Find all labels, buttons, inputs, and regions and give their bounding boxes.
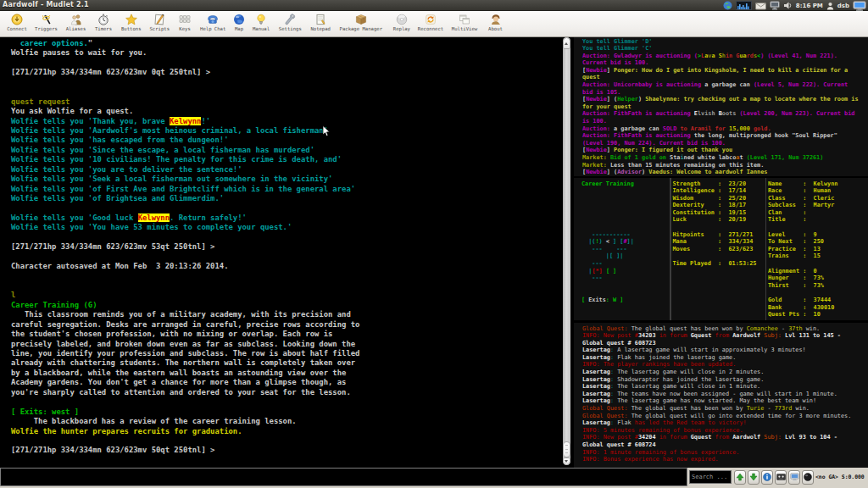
info-icon	[763, 473, 771, 481]
console-line: This classroom reminds you of a military…	[11, 310, 563, 319]
console-line: precisely labeled, and broken down even …	[11, 340, 563, 349]
console-line: Lasertag: The lasertag game will close i…	[582, 383, 868, 391]
toolbar-about-label: About	[469, 26, 523, 31]
console-line: Moves : 623/623	[673, 246, 765, 253]
bottom-bar: <no GA> S:0.000	[0, 468, 868, 488]
mouse-cursor	[322, 125, 331, 141]
search-up-button[interactable]	[734, 470, 746, 485]
console-line: Career Training (G)	[11, 301, 563, 310]
console-line	[581, 304, 670, 312]
search-down-button[interactable]	[748, 470, 760, 485]
console-line	[11, 252, 563, 262]
console-line: You tell Glimmer 'D'	[582, 38, 868, 46]
command-input[interactable]	[0, 468, 687, 486]
console-line: Global quest # 608724	[582, 441, 868, 449]
console-line	[11, 58, 563, 68]
console-line	[673, 268, 765, 275]
emergency-stop-button[interactable]	[802, 470, 814, 485]
console-line: INFO: The player rankings have been upda…	[582, 361, 868, 369]
console-line: the student's chosen profession, with no…	[11, 330, 563, 339]
console-line	[673, 274, 765, 282]
replay-controls-button[interactable]	[775, 470, 787, 485]
character-info-panel: Name : KelwynnRace : HumanClass : Cleric…	[768, 180, 866, 319]
console-line: [ Exits: west ]	[11, 408, 563, 417]
console-line: Intelligence : 17/14	[673, 187, 765, 195]
console-line	[673, 311, 765, 319]
globe-tray-icon[interactable]	[723, 1, 732, 10]
console-line	[581, 282, 670, 290]
console-line: Wisdom : 25/20	[673, 195, 765, 202]
console-line: Global Quest: The global quest has been …	[582, 405, 868, 413]
main-console[interactable]: career options."Wolfie pauses to wait fo…	[0, 37, 563, 468]
console-line: |(!) < ] [#]|	[581, 238, 670, 246]
user-tray-icon[interactable]	[826, 2, 834, 10]
console-line: Trains : 15	[768, 252, 866, 260]
console-line: Career Training	[581, 180, 670, 188]
tray-clock[interactable]: 8:16 PM	[796, 3, 823, 9]
sphere-icon	[804, 473, 812, 481]
about-icon	[469, 14, 523, 25]
console-line: Wolfie tells you 'Since the escape, a lo…	[11, 146, 563, 155]
console-line	[768, 260, 866, 268]
column-divider	[765, 178, 767, 321]
ga-status-label: <no GA> S:0.000	[815, 474, 865, 480]
screen-tray-icon[interactable]	[770, 1, 780, 10]
console-line: ---	[581, 260, 670, 268]
toolbar-about-button[interactable]: About	[469, 13, 523, 36]
console-line: line, you identify your profession and s…	[11, 349, 563, 358]
console-line: Hitpoints : 271/271	[673, 231, 765, 239]
scroll-down-button[interactable]	[563, 458, 570, 465]
scroll-up-button[interactable]	[563, 37, 570, 49]
console-line: Wolfie tells you 'of First Ave and Brigh…	[11, 185, 563, 194]
console-line: [271/271hp 334/334mn 623/623mv 0qt 250tn…	[11, 68, 563, 77]
console-line	[673, 252, 765, 260]
console-line: Clan :	[768, 209, 866, 217]
console-line: by a blackboard, while the eastern wall …	[11, 369, 563, 378]
console-line: Strength : 23/20	[673, 180, 765, 188]
console-line	[581, 224, 670, 231]
console-line: Dexterity : 18/17	[673, 202, 765, 209]
console-line: career options."	[11, 39, 563, 48]
console-line	[673, 289, 765, 297]
gquest-info-window[interactable]: Global Quest: The global quest has been …	[574, 323, 868, 468]
scrollbar-grip	[565, 452, 568, 453]
screen-toggle-button[interactable]	[788, 470, 800, 485]
chat-capture-window[interactable]: You tell Glimmer 'D'You tell Glimmer 'C'…	[574, 37, 868, 176]
console-line	[581, 216, 670, 224]
console-line: [Newbie] (Advisor) Vaedus: Welcome to aa…	[582, 169, 868, 176]
network-monitor-icon[interactable]	[736, 1, 752, 10]
console-line: quest	[582, 74, 868, 81]
console-line	[673, 224, 765, 231]
console-line	[581, 195, 670, 202]
display-tray-icon[interactable]	[853, 1, 866, 11]
console-line: [Newbie] Ponger: I figured it out thank …	[582, 147, 868, 154]
column-divider	[670, 178, 671, 321]
search-options-button[interactable]	[761, 470, 773, 485]
console-line	[581, 187, 670, 195]
console-line: Wolfie tells you 'of Brightsea and Glimm…	[11, 194, 563, 203]
volume-tray-icon[interactable]	[783, 1, 793, 10]
console-line	[581, 209, 670, 217]
console-line: Subclass : Martyr	[768, 202, 866, 209]
console-line	[581, 202, 670, 209]
scroll-down-arrow-icon	[565, 460, 568, 463]
scrollbar-thumb[interactable]	[563, 441, 570, 458]
console-line: Auction: Gwladwyr is auctioning (>Lava S…	[582, 53, 868, 60]
console-line: Academy gardens. You don't get a chance …	[11, 378, 563, 387]
search-input[interactable]	[689, 470, 732, 484]
console-line	[11, 397, 563, 407]
title-bar: Aardwolf - Mudlet 2.1 8:16 PM dsb	[0, 0, 868, 11]
console-line	[581, 311, 670, 319]
console-line: Wolfie tells you 'has escaped from the d…	[11, 136, 563, 145]
tray-username[interactable]: dsb	[837, 3, 849, 9]
main-console-scrollbar[interactable]	[563, 37, 570, 465]
character-status-window[interactable]: Career Training ----------- |(!) < ] [#]…	[574, 178, 868, 321]
console-line: ---	[581, 274, 670, 282]
console-line	[11, 78, 563, 87]
system-tray: 8:16 PM dsb	[723, 0, 866, 11]
console-line: Lasertag: Flak has joined the lasertag g…	[582, 354, 868, 362]
console-line: Bank : 430010	[768, 304, 866, 312]
console-line: bid is 105.	[582, 89, 868, 97]
mail-tray-icon[interactable]	[755, 2, 766, 10]
console-line: [Newbie] (Helper) Shaelynne: try checkin…	[582, 96, 868, 103]
